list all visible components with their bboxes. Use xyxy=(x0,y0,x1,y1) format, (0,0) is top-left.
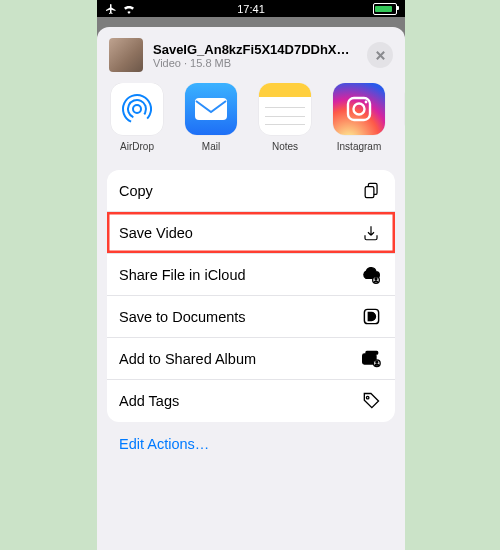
share-apps-row: AirDrop Mail Notes xyxy=(97,83,405,170)
share-sheet: SaveIG_An8kzFi5X14D7DDhXM... Video · 15.… xyxy=(97,27,405,550)
app-label: Notes xyxy=(272,141,298,152)
documents-icon xyxy=(361,307,381,327)
file-header: SaveIG_An8kzFi5X14D7DDhXM... Video · 15.… xyxy=(97,27,405,83)
wifi-icon xyxy=(122,4,136,14)
status-bar: 17:41 xyxy=(97,0,405,17)
svg-point-6 xyxy=(365,101,368,104)
shared-album-icon xyxy=(361,349,381,369)
svg-point-1 xyxy=(125,97,149,121)
app-notes[interactable]: Notes xyxy=(257,83,313,152)
status-time: 17:41 xyxy=(237,3,265,15)
action-add-tags[interactable]: Add Tags xyxy=(107,380,395,422)
svg-point-0 xyxy=(133,105,141,113)
battery-icon xyxy=(373,3,397,15)
action-label: Save Video xyxy=(119,225,193,241)
copy-icon xyxy=(361,181,381,201)
svg-point-5 xyxy=(354,104,365,115)
svg-point-16 xyxy=(366,396,369,399)
action-save-documents[interactable]: Save to Documents xyxy=(107,296,395,338)
action-shared-album[interactable]: Add to Shared Album xyxy=(107,338,395,380)
actions-list: Copy Save Video Share File in iCloud Sav… xyxy=(107,170,395,422)
svg-rect-8 xyxy=(365,187,374,198)
action-label: Add Tags xyxy=(119,393,179,409)
close-button[interactable] xyxy=(367,42,393,68)
svg-rect-3 xyxy=(195,98,227,120)
svg-point-2 xyxy=(118,90,155,127)
action-label: Add to Shared Album xyxy=(119,351,256,367)
app-airdrop[interactable]: AirDrop xyxy=(109,83,165,152)
app-label: Mail xyxy=(202,141,220,152)
edit-actions-link[interactable]: Edit Actions… xyxy=(97,422,405,466)
app-label: AirDrop xyxy=(120,141,154,152)
file-thumbnail xyxy=(109,38,143,72)
file-name: SaveIG_An8kzFi5X14D7DDhXM... xyxy=(153,42,357,57)
status-right xyxy=(373,3,397,15)
action-share-icloud[interactable]: Share File in iCloud xyxy=(107,254,395,296)
svg-point-15 xyxy=(376,360,378,362)
mail-icon xyxy=(185,83,237,135)
app-mail[interactable]: Mail xyxy=(183,83,239,152)
status-left xyxy=(105,3,136,15)
notes-icon xyxy=(259,83,311,135)
icloud-share-icon xyxy=(361,265,381,285)
action-label: Save to Documents xyxy=(119,309,246,325)
phone-frame: 17:41 SaveIG_An8kzFi5X14D7DDhXM... Video… xyxy=(97,0,405,550)
action-label: Share File in iCloud xyxy=(119,267,246,283)
file-meta: SaveIG_An8kzFi5X14D7DDhXM... Video · 15.… xyxy=(153,42,357,69)
action-copy[interactable]: Copy xyxy=(107,170,395,212)
airdrop-icon xyxy=(111,83,163,135)
svg-point-10 xyxy=(375,277,377,279)
action-label: Copy xyxy=(119,183,153,199)
action-save-video[interactable]: Save Video xyxy=(107,212,395,254)
file-subtitle: Video · 15.8 MB xyxy=(153,57,357,69)
svg-rect-13 xyxy=(366,351,378,354)
download-icon xyxy=(361,223,381,243)
tag-icon xyxy=(361,391,381,411)
app-label: Instagram xyxy=(337,141,381,152)
instagram-icon xyxy=(333,83,385,135)
app-instagram[interactable]: Instagram xyxy=(331,83,387,152)
airplane-icon xyxy=(105,3,117,15)
